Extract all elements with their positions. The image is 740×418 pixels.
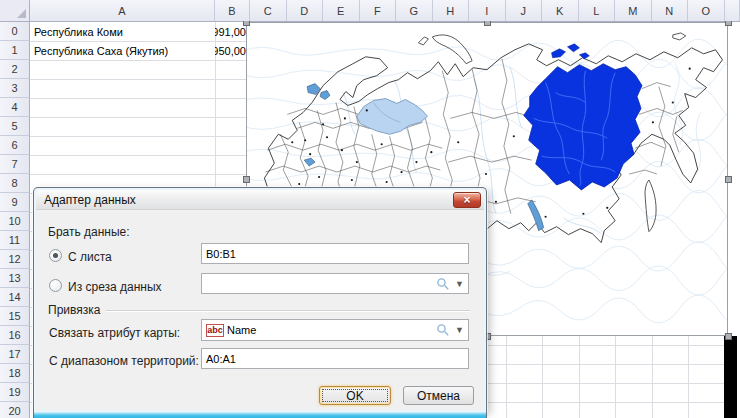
- corner-triangle-icon: [17, 9, 26, 18]
- column-header-L[interactable]: L: [579, 0, 616, 21]
- window-edge-strip: [724, 336, 737, 418]
- sheet-range-input[interactable]: [201, 243, 469, 264]
- selection-handle[interactable]: [243, 176, 250, 183]
- column-header-K[interactable]: K: [542, 0, 579, 21]
- row-header-0[interactable]: 0: [0, 22, 30, 41]
- row-header-20[interactable]: 20: [0, 402, 30, 418]
- region-komi[interactable]: [357, 99, 428, 135]
- row-header-3[interactable]: 3: [0, 79, 30, 98]
- column-header-G[interactable]: G: [396, 0, 433, 21]
- territory-range-label: С диапазоном территорий:: [49, 354, 199, 368]
- dropdown-arrow-icon[interactable]: ▼: [455, 279, 464, 289]
- row-header-16[interactable]: 16: [0, 326, 30, 345]
- cell-B1[interactable]: 950,00: [215, 41, 250, 60]
- column-header-B[interactable]: B: [215, 0, 250, 21]
- row-header-4[interactable]: 4: [0, 98, 30, 117]
- column-header-H[interactable]: H: [433, 0, 470, 21]
- row-header-11[interactable]: 11: [0, 231, 30, 250]
- map-attribute-field[interactable]: abc Name ▼: [201, 319, 469, 341]
- ok-button[interactable]: OK: [319, 386, 391, 405]
- dialog-glass-bottom: [33, 412, 487, 418]
- select-all-corner[interactable]: [0, 0, 30, 21]
- search-icon[interactable]: [436, 323, 450, 337]
- row-header-18[interactable]: 18: [0, 364, 30, 383]
- column-header-E[interactable]: E: [323, 0, 360, 21]
- column-header-N[interactable]: N: [652, 0, 689, 21]
- data-adapter-dialog: Адаптер данных × Брать данные: С листа И…: [33, 187, 487, 412]
- column-header-D[interactable]: D: [287, 0, 324, 21]
- close-button[interactable]: ×: [453, 192, 481, 208]
- radio-from-slice-label: Из среза данных: [68, 280, 162, 294]
- row-header-15[interactable]: 15: [0, 307, 30, 326]
- dialog-titlebar[interactable]: Адаптер данных ×: [36, 190, 484, 210]
- cell-A1[interactable]: Республика Саха (Якутия): [30, 41, 215, 60]
- territory-range-input[interactable]: [201, 348, 469, 369]
- row-header-19[interactable]: 19: [0, 383, 30, 402]
- row-header-10[interactable]: 10: [0, 212, 30, 231]
- column-header-end: [725, 0, 740, 21]
- column-header-M[interactable]: M: [615, 0, 652, 21]
- column-header-A[interactable]: A: [30, 0, 215, 21]
- slice-lookup-field[interactable]: ▼: [201, 273, 469, 294]
- row-header-17[interactable]: 17: [0, 345, 30, 364]
- column-header-C[interactable]: C: [250, 0, 287, 21]
- radio-from-sheet-label: С листа: [68, 250, 112, 264]
- spreadsheet-app: Республика Коми991,00Республика Саха (Як…: [0, 0, 740, 418]
- map-attribute-value: Name: [227, 324, 256, 336]
- search-icon[interactable]: [436, 277, 450, 291]
- map-attribute-label: Связать атрибут карты:: [49, 326, 180, 340]
- row-header-8[interactable]: 8: [0, 174, 30, 193]
- group-separator: [106, 310, 470, 312]
- column-header-J[interactable]: J: [506, 0, 543, 21]
- row-header-2[interactable]: 2: [0, 60, 30, 79]
- selection-handle[interactable]: [725, 333, 732, 340]
- row-header-13[interactable]: 13: [0, 269, 30, 288]
- row-header-5[interactable]: 5: [0, 117, 30, 136]
- abc-icon: abc: [206, 324, 224, 337]
- close-icon: ×: [463, 194, 470, 206]
- column-header-I[interactable]: I: [469, 0, 506, 21]
- row-header-9[interactable]: 9: [0, 193, 30, 212]
- binding-group-label: Привязка: [48, 303, 100, 317]
- row-header-7[interactable]: 7: [0, 155, 30, 174]
- take-data-label: Брать данные:: [48, 225, 130, 239]
- row-header-12[interactable]: 12: [0, 250, 30, 269]
- row-header-6[interactable]: 6: [0, 136, 30, 155]
- cancel-button[interactable]: Отмена: [403, 386, 474, 405]
- cell-A0[interactable]: Республика Коми: [30, 22, 215, 41]
- column-header-F[interactable]: F: [360, 0, 397, 21]
- row-header-14[interactable]: 14: [0, 288, 30, 307]
- column-header-O[interactable]: O: [688, 0, 725, 21]
- radio-from-slice[interactable]: [49, 279, 62, 292]
- yakutia-islands: [552, 44, 590, 59]
- radio-from-sheet[interactable]: [49, 249, 62, 262]
- selection-handle[interactable]: [725, 176, 732, 183]
- row-header-1[interactable]: 1: [0, 41, 30, 60]
- dialog-title: Адаптер данных: [44, 193, 136, 207]
- dropdown-arrow-icon[interactable]: ▼: [455, 325, 464, 335]
